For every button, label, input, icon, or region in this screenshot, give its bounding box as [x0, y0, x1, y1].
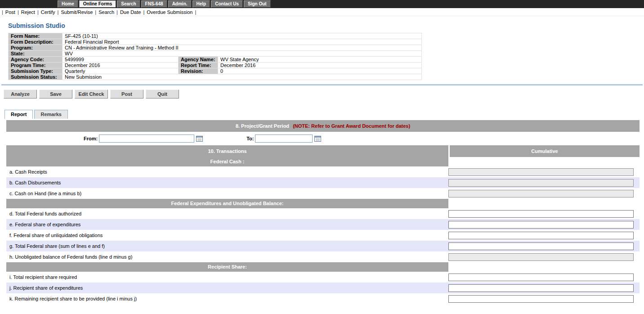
table-row: Agency Code: 5499999 Agency Name: WV Sta… [9, 57, 422, 63]
section8-note: (NOTE: Refer to Grant Award Document for… [293, 123, 410, 129]
amount-input-h[interactable] [448, 253, 634, 261]
table-row: b. Cash Disbursements [6, 177, 640, 188]
row-label-h: h. Unobligated balance of Federal funds … [6, 254, 448, 260]
amount-input-j[interactable] [448, 284, 634, 292]
row-label-a: a. Cash Receipts [6, 169, 448, 175]
action-menubar: | Post | Reject | Certify | Submit/Revis… [0, 8, 644, 16]
submission-status-label: Submission Status: [9, 74, 63, 80]
menu-item-certify[interactable]: Certify [41, 9, 55, 15]
state-label: State: [9, 51, 63, 57]
from-date-input[interactable] [99, 135, 194, 143]
row-label-e: e. Federal share of expenditures [6, 222, 448, 227]
tab-report[interactable]: Report [4, 110, 33, 119]
amount-input-k[interactable] [448, 295, 634, 303]
table-row: i. Total recipient share required [6, 272, 640, 283]
nav-home[interactable]: Home [58, 0, 78, 8]
calendar-icon-from[interactable] [196, 135, 203, 142]
nav-fns-648[interactable]: FNS-648 [141, 0, 167, 8]
table-row: g. Total Federal share (sum of lines e a… [6, 241, 640, 251]
section-header-recipient-share: Recipient Share: [6, 262, 448, 272]
top-navigation-bar: Home Online Forms Search FNS-648 Admin. … [0, 0, 644, 8]
submission-type-label: Submission Type: [9, 68, 63, 74]
amount-input-f[interactable] [448, 232, 634, 239]
table-row: Program Time: December 2016 Report Time:… [9, 63, 422, 68]
menu-item-submit-revise[interactable]: Submit/Revise [61, 9, 93, 15]
table-row: a. Cash Receipts [6, 166, 640, 177]
nav-online-forms[interactable]: Online Forms [79, 0, 116, 8]
form-name-value: SF-425 (10-11) [63, 33, 422, 39]
table-row: c. Cash on Hand (line a minus b) [6, 188, 640, 199]
nav-contact-us[interactable]: Contact Us [211, 0, 243, 8]
report-time-label: Report Time: [179, 63, 218, 68]
separator: | [58, 9, 59, 15]
project-grant-period-header: 8. Project/Grant Period (NOTE: Refer to … [6, 120, 640, 132]
menu-item-search[interactable]: Search [98, 9, 114, 15]
column-headers: 10. Transactions Cumulative [6, 145, 640, 157]
quit-button[interactable]: Quit [146, 90, 179, 99]
form-name-label: Form Name: [9, 33, 63, 39]
post-button[interactable]: Post [110, 90, 143, 99]
separator: | [143, 9, 144, 15]
menu-item-overdue-submission[interactable]: Overdue Submission [147, 9, 192, 15]
tab-remarks[interactable]: Remarks [34, 110, 67, 119]
table-row: k. Remaining recipient share to be provi… [6, 293, 640, 304]
to-date-input[interactable] [255, 135, 313, 143]
separator: | [18, 9, 19, 15]
calendar-icon-to[interactable] [314, 135, 322, 142]
program-time-value: December 2016 [63, 63, 179, 68]
amount-input-b[interactable] [448, 179, 634, 187]
section-header-federal-expenditures: Federal Expenditures and Unobligated Bal… [6, 199, 448, 208]
amount-input-i[interactable] [448, 274, 634, 281]
revision-label: Revision: [179, 68, 218, 74]
row-label-k: k. Remaining recipient share to be provi… [6, 296, 448, 301]
separator: | [2, 9, 3, 15]
table-row: Federal Expenditures and Unobligated Bal… [6, 199, 640, 208]
cumulative-column-header: Cumulative [450, 145, 640, 157]
revision-value: 0 [218, 68, 422, 74]
table-row: Federal Cash : [6, 157, 640, 166]
row-label-i: i. Total recipient share required [6, 274, 448, 280]
analyze-button[interactable]: Analyze [4, 90, 37, 99]
submission-details-table: Form Name: SF-425 (10-11) Form Descripti… [8, 33, 422, 80]
period-row: From: To: [6, 132, 640, 145]
table-row: Submission Type: Quarterly Revision: 0 [9, 68, 422, 74]
amount-input-a[interactable] [448, 168, 634, 176]
submission-status-value: New Submission [63, 74, 422, 80]
program-label: Program: [9, 45, 63, 51]
edit-check-button[interactable]: Edit Check [75, 90, 108, 99]
section8-title: 8. Project/Grant Period [236, 123, 289, 129]
table-row: Program: CN - Administrative Review and … [9, 45, 422, 51]
amount-input-g[interactable] [448, 242, 634, 250]
table-row: Submission Status: New Submission [9, 74, 422, 80]
transactions-column-header: 10. Transactions [6, 145, 448, 157]
separator: | [195, 9, 196, 15]
row-label-c: c. Cash on Hand (line a minus b) [6, 191, 448, 196]
menu-item-post[interactable]: Post [5, 9, 15, 15]
submission-type-value: Quarterly [63, 68, 179, 74]
report-time-value: December 2016 [218, 63, 422, 68]
table-row: h. Unobligated balance of Federal funds … [6, 251, 640, 262]
to-label: To: [246, 136, 254, 141]
agency-code-label: Agency Code: [9, 57, 63, 63]
nav-admin[interactable]: Admin. [168, 0, 192, 8]
amount-input-d[interactable] [448, 210, 634, 218]
amount-input-e[interactable] [448, 221, 634, 229]
report-table: 8. Project/Grant Period (NOTE: Refer to … [6, 120, 640, 304]
program-value: CN - Administrative Review and Training … [63, 45, 422, 51]
from-label: From: [84, 136, 98, 141]
menu-item-due-date[interactable]: Due Date [120, 9, 141, 15]
program-time-label: Program Time: [9, 63, 63, 68]
save-button[interactable]: Save [39, 90, 72, 99]
nav-sign-out[interactable]: Sign Out [244, 0, 271, 8]
nav-help[interactable]: Help [192, 0, 210, 8]
tab-bar: Report Remarks [4, 110, 644, 119]
row-label-d: d. Total Federal funds authorized [6, 211, 448, 216]
horizontal-divider [1, 84, 643, 85]
separator: | [116, 9, 118, 15]
amount-input-c[interactable] [448, 190, 634, 197]
nav-search[interactable]: Search [117, 0, 140, 8]
menu-item-reject[interactable]: Reject [21, 9, 35, 15]
table-row: Recipient Share: [6, 262, 640, 272]
table-row: Form Name: SF-425 (10-11) [9, 33, 422, 39]
page-title: Submission Studio [8, 22, 644, 29]
